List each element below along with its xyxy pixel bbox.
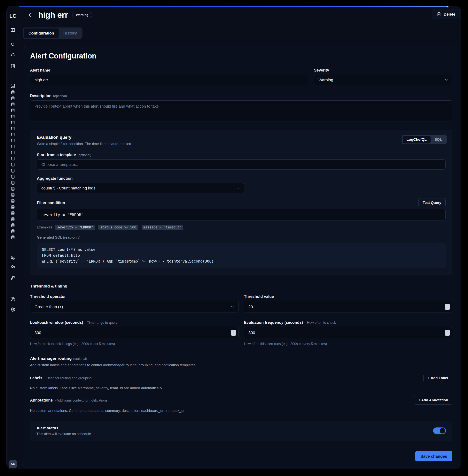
database-icon[interactable] — [11, 145, 15, 148]
evaluation-query-card: Evaluation query Write a simple filter c… — [30, 130, 453, 274]
lookback-label-row: Lookback window (seconds)· Time range to… — [30, 320, 238, 325]
severity-select-value: Warning — [319, 78, 333, 82]
example-chip: message ~ "timeout" — [142, 225, 183, 230]
database-icon[interactable] — [11, 151, 15, 155]
routing-heading: Alertmanager routing — [30, 356, 72, 361]
database-icon[interactable] — [11, 169, 15, 173]
back-arrow-icon[interactable] — [28, 13, 33, 18]
add-label-button[interactable]: + Add Label — [423, 374, 453, 382]
chevron-up-icon — [446, 305, 449, 307]
threshold-value-group: Threshold value — [244, 294, 453, 313]
toggle-knob — [440, 428, 445, 433]
user-circle-icon[interactable] — [11, 297, 15, 302]
chevron-down-icon — [444, 78, 448, 82]
description-textarea[interactable] — [30, 100, 453, 121]
database-icon[interactable] — [11, 83, 15, 88]
chevron-up-icon — [233, 331, 235, 333]
users-icon[interactable] — [11, 256, 15, 260]
example-chips: severity = "ERROR",status_code >= 500,me… — [53, 225, 183, 230]
threshold-operator-label: Threshold operator — [30, 294, 238, 299]
delete-button-label: Delete — [444, 12, 455, 16]
database-icon[interactable] — [11, 132, 15, 136]
resize-handle-icon[interactable] — [449, 118, 452, 121]
database-icon[interactable] — [11, 120, 15, 124]
database-icon[interactable] — [11, 211, 15, 215]
test-query-button[interactable]: Test Query — [418, 198, 446, 207]
clipboard-icon[interactable] — [11, 64, 15, 68]
database-icon[interactable] — [11, 175, 15, 179]
sidebar: LC AU — [7, 6, 19, 469]
lookback-label: Lookback window (seconds) — [30, 320, 83, 325]
routing-heading-row: Alertmanager routing(optional) — [30, 356, 453, 361]
number-stepper[interactable] — [445, 304, 450, 310]
lookback-input[interactable] — [34, 327, 234, 338]
description-optional: (optional) — [53, 94, 67, 98]
database-icon[interactable] — [11, 223, 15, 227]
database-icon[interactable] — [11, 157, 15, 161]
database-icon[interactable] — [11, 205, 15, 209]
threshold-operator-select[interactable]: Greater than (>) — [30, 301, 238, 313]
threshold-operator-group: Threshold operator Greater than (>) — [30, 294, 238, 313]
user-avatar[interactable]: AU — [9, 460, 17, 468]
user-round-icon[interactable] — [11, 265, 15, 270]
save-changes-button[interactable]: Save changes — [415, 451, 453, 462]
lookback-hint: · Time range to query — [85, 321, 117, 325]
bell-icon[interactable] — [11, 53, 15, 58]
database-icon[interactable] — [11, 187, 15, 191]
database-icon[interactable] — [11, 163, 15, 167]
alert-status-toggle[interactable] — [433, 427, 446, 434]
delete-button[interactable]: Delete — [432, 9, 461, 19]
settings-icon[interactable] — [11, 307, 15, 312]
database-icon[interactable] — [11, 96, 15, 100]
sidebar-nav-top — [11, 28, 15, 68]
frequency-input-box — [244, 327, 453, 338]
template-select[interactable]: Choose a template... — [37, 159, 446, 170]
alert-name-input[interactable] — [34, 75, 304, 85]
aggregate-select[interactable]: count(*) - Count matching logs — [37, 183, 244, 193]
database-icon[interactable] — [11, 199, 15, 203]
sidebar-footer: AU — [7, 459, 19, 469]
database-icon[interactable] — [11, 108, 15, 112]
number-stepper[interactable] — [445, 330, 450, 336]
database-icon[interactable] — [11, 217, 15, 221]
annotations-label: Annotations — [30, 398, 53, 402]
routing-subtitle: Add custom labels and annotations to con… — [30, 363, 453, 367]
tab-configuration[interactable]: Configuration — [24, 29, 59, 38]
severity-badge: Warning — [72, 12, 92, 18]
template-label-row: Start from a template(optional) — [37, 153, 446, 157]
database-icon[interactable] — [11, 235, 15, 239]
database-icon[interactable] — [11, 127, 15, 130]
filter-condition-input[interactable]: severity = "ERROR" — [37, 209, 446, 220]
mode-sql[interactable]: SQL — [431, 136, 446, 144]
lookback-group: Lookback window (seconds)· Time range to… — [30, 320, 238, 346]
add-annotation-button[interactable]: + Add Annotation — [414, 396, 453, 405]
chevron-down-icon — [231, 305, 234, 309]
filter-examples: Examples: severity = "ERROR",status_code… — [37, 225, 446, 230]
database-icon[interactable] — [11, 102, 15, 106]
lookback-input-box — [30, 327, 238, 338]
database-icon[interactable] — [11, 90, 15, 94]
evaluation-query-subtitle: Write a simple filter condition. The tim… — [37, 142, 446, 146]
threshold-timing-heading: Threshold & timing — [30, 284, 453, 288]
threshold-value-input[interactable] — [249, 301, 448, 312]
database-icon[interactable] — [11, 115, 15, 118]
frequency-input[interactable] — [249, 327, 448, 338]
database-icon[interactable] — [11, 139, 15, 143]
severity-select[interactable]: Warning — [314, 75, 453, 85]
database-icon[interactable] — [11, 193, 15, 197]
wrench-icon[interactable] — [11, 275, 15, 280]
card-title: Alert Configuration — [30, 52, 453, 60]
query-mode-toggle: LogChefQL SQL — [402, 135, 447, 144]
frequency-label: Evaluation frequency (seconds) — [244, 320, 303, 325]
aggregate-label-row: Aggregate function — [37, 176, 446, 181]
panel-left-icon[interactable] — [11, 28, 15, 32]
evaluation-query-title: Evaluation query — [37, 135, 446, 140]
database-icon[interactable] — [11, 181, 15, 185]
tab-history[interactable]: History — [59, 29, 82, 38]
search-icon[interactable] — [11, 42, 15, 47]
alert-name-input-box — [30, 75, 309, 85]
number-stepper[interactable] — [231, 330, 236, 336]
mode-logchefql[interactable]: LogChefQL — [403, 136, 431, 144]
description-label-row: Description(optional) — [30, 94, 453, 98]
database-icon[interactable] — [11, 229, 15, 233]
